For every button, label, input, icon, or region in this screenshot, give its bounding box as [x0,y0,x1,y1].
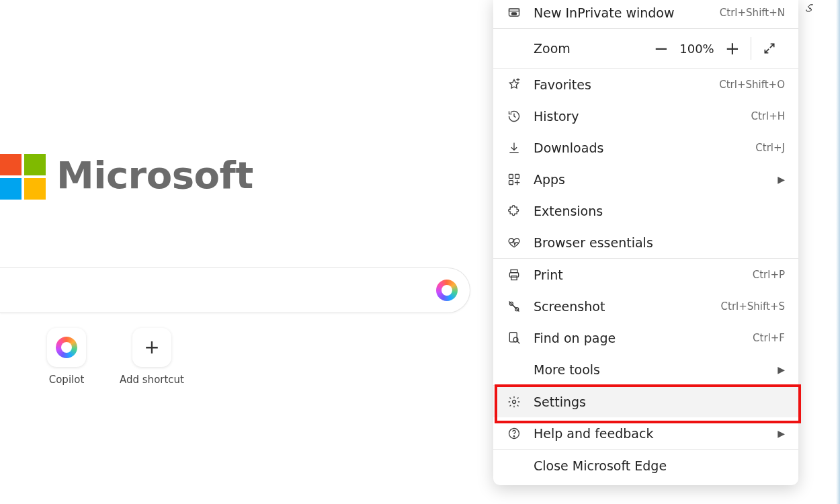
menu-accelerator: Ctrl+Shift+O [719,79,785,91]
history-icon [507,110,521,123]
menu-accelerator: Ctrl+F [753,332,785,344]
menu-label: Browser essentials [534,235,785,250]
puzzle-icon [507,204,521,218]
menu-item-close-edge[interactable]: Close Microsoft Edge [493,450,798,481]
tile-label: Copilot [49,374,85,386]
menu-item-apps[interactable]: Apps ▶ [493,163,798,195]
menu-label: Apps [534,172,772,187]
menu-label: Find on page [534,331,753,345]
menu-item-print[interactable]: Print Ctrl+P [493,259,798,290]
menu-item-browser-essentials[interactable]: Browser essentials [493,226,798,258]
menu-label: Settings [534,394,785,409]
menu-item-find-on-page[interactable]: Find on page Ctrl+F [493,322,798,353]
menu-label: Help and feedback [534,426,772,441]
menu-item-zoom: Zoom − 100% + [493,29,798,68]
menu-item-settings[interactable]: Settings [493,386,798,417]
apps-icon [507,173,521,186]
menu-item-more-tools[interactable]: More tools ▶ [493,353,798,385]
menu-label: Screenshot [534,299,721,314]
svg-line-21 [517,341,519,343]
star-icon [507,78,521,91]
menu-item-extensions[interactable]: Extensions [493,195,798,226]
copilot-icon [56,337,77,358]
partial-background-glyph: ಽ [802,0,817,17]
microsoft-wordmark: Microsoft [56,153,253,197]
menu-label: History [534,109,751,124]
chevron-right-icon: ▶ [778,428,785,439]
heartbeat-icon [507,236,521,249]
help-icon [507,427,521,440]
menu-item-new-inprivate[interactable]: New InPrivate window Ctrl+Shift+N [493,0,798,28]
page-edge-shadow [836,0,840,504]
svg-rect-7 [509,174,513,178]
screenshot-icon [507,300,521,313]
search-bar[interactable] [0,267,470,313]
fullscreen-button[interactable] [754,42,785,55]
inprivate-icon [507,6,521,19]
tile-label: Add shortcut [120,374,184,386]
tile-add-shortcut[interactable]: + Add shortcut [120,328,184,386]
menu-accelerator: Ctrl+H [751,110,785,122]
svg-point-22 [513,400,516,403]
menu-item-history[interactable]: History Ctrl+H [493,100,798,132]
zoom-in-button[interactable]: + [717,33,748,64]
menu-label: More tools [534,362,772,377]
svg-rect-8 [515,174,519,178]
svg-point-24 [513,435,514,436]
svg-rect-14 [511,276,517,280]
svg-rect-2 [511,12,517,15]
chevron-right-icon: ▶ [778,364,785,375]
menu-item-favorites[interactable]: Favorites Ctrl+Shift+O [493,69,798,100]
menu-accelerator: Ctrl+P [753,269,785,281]
menu-item-screenshot[interactable]: Screenshot Ctrl+Shift+S [493,290,798,322]
menu-label: Extensions [534,204,785,218]
svg-rect-1 [509,9,519,11]
find-icon [507,331,521,345]
chevron-right-icon: ▶ [778,174,785,185]
download-icon [507,141,521,155]
menu-label: Zoom [534,41,646,56]
menu-item-downloads[interactable]: Downloads Ctrl+J [493,132,798,163]
menu-label: Print [534,267,753,282]
svg-rect-9 [509,180,513,184]
menu-label: New InPrivate window [534,5,720,20]
app-menu: New InPrivate window Ctrl+Shift+N Zoom −… [493,0,798,485]
menu-label: Close Microsoft Edge [534,458,785,473]
menu-accelerator: Ctrl+Shift+S [721,300,785,312]
menu-accelerator: Ctrl+J [755,142,785,154]
microsoft-logo [0,154,46,200]
gear-icon [507,395,521,409]
copilot-icon[interactable] [436,280,458,301]
print-icon [507,268,521,282]
zoom-out-button[interactable]: − [646,33,677,64]
menu-item-help[interactable]: Help and feedback ▶ [493,417,798,449]
tile-copilot[interactable]: Copilot [47,328,86,386]
zoom-value: 100% [677,42,717,56]
menu-accelerator: Ctrl+Shift+N [720,7,785,19]
menu-label: Downloads [534,140,755,155]
plus-icon: + [144,338,159,357]
menu-label: Favorites [534,77,719,92]
